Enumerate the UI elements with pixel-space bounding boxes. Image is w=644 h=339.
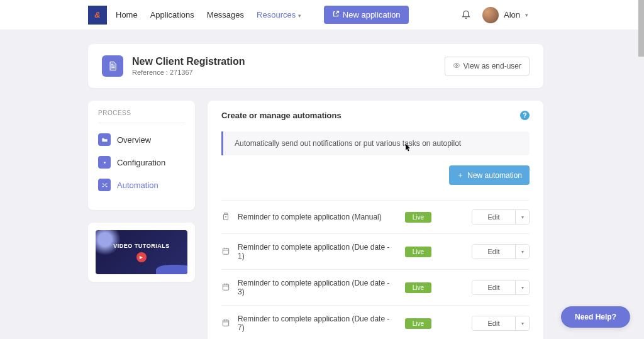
play-icon bbox=[136, 252, 147, 262]
automation-row: Reminder to complete application (Due da… bbox=[221, 306, 530, 339]
edit-button-group: Edit▾ bbox=[472, 244, 530, 259]
calendar-icon bbox=[221, 247, 230, 257]
avatar bbox=[482, 7, 499, 23]
plus-icon: ＋ bbox=[457, 170, 464, 181]
automation-name: Reminder to complete application (Due da… bbox=[238, 243, 397, 260]
new-application-label: New application bbox=[343, 10, 401, 19]
edit-button-group: Edit▾ bbox=[472, 316, 530, 331]
eye-icon bbox=[453, 62, 460, 71]
shuffle-icon bbox=[98, 179, 111, 191]
svg-rect-2 bbox=[223, 248, 228, 253]
sidebar-item-label: Automation bbox=[117, 181, 158, 190]
svg-point-1 bbox=[104, 162, 106, 164]
automation-row: Reminder to complete application (Due da… bbox=[221, 234, 530, 270]
user-menu[interactable]: Alon ▾ bbox=[482, 7, 528, 23]
edit-button-group: Edit▾ bbox=[472, 280, 530, 295]
video-tutorials-label: VIDEO TUTORIALS bbox=[113, 243, 169, 249]
automation-name: Reminder to complete application (Due da… bbox=[238, 314, 397, 332]
page-reference: Reference : 271367 bbox=[132, 69, 245, 76]
status-badge: Live bbox=[405, 282, 431, 293]
intro-banner: Automatically send out notifications or … bbox=[221, 131, 530, 155]
edit-button[interactable]: Edit bbox=[472, 316, 515, 330]
user-name: Alon bbox=[504, 10, 520, 19]
video-tutorials-thumbnail: VIDEO TUTORIALS bbox=[96, 230, 187, 274]
svg-point-0 bbox=[455, 64, 457, 66]
document-icon bbox=[102, 55, 123, 77]
svg-rect-4 bbox=[223, 320, 228, 325]
top-bar: & Home Applications Messages Resources ▾… bbox=[0, 0, 644, 30]
chevron-down-icon: ▾ bbox=[298, 13, 301, 19]
help-icon[interactable]: ? bbox=[520, 111, 530, 120]
gear-icon bbox=[98, 156, 111, 169]
new-automation-button[interactable]: ＋ New automation bbox=[449, 165, 530, 185]
calendar-icon bbox=[221, 318, 230, 329]
edit-dropdown-button[interactable]: ▾ bbox=[515, 316, 529, 330]
status-badge: Live bbox=[405, 247, 431, 257]
process-sidebar: PROCESS Overview Configuration bbox=[88, 101, 195, 210]
calendar-icon bbox=[221, 282, 230, 293]
status-badge: Live bbox=[405, 212, 431, 223]
scrollbar-thumb[interactable] bbox=[638, 0, 644, 57]
page-title: New Client Registration bbox=[132, 56, 245, 67]
top-nav: Home Applications Messages Resources ▾ bbox=[116, 10, 301, 19]
edit-button[interactable]: Edit bbox=[472, 281, 515, 294]
new-application-button[interactable]: New application bbox=[324, 6, 409, 24]
automation-name: Reminder to complete application (Due da… bbox=[238, 279, 397, 296]
sidebar-item-label: Overview bbox=[117, 135, 151, 145]
edit-button[interactable]: Edit bbox=[472, 245, 515, 258]
page-header-card: New Client Registration Reference : 2713… bbox=[88, 44, 543, 88]
sidebar-item-overview[interactable]: Overview bbox=[98, 128, 185, 151]
nav-home[interactable]: Home bbox=[116, 10, 138, 19]
edit-dropdown-button[interactable]: ▾ bbox=[515, 245, 529, 258]
sidebar-item-label: Configuration bbox=[117, 158, 165, 167]
nav-applications[interactable]: Applications bbox=[150, 10, 194, 19]
edit-button[interactable]: Edit bbox=[472, 210, 515, 224]
new-automation-label: New automation bbox=[467, 171, 522, 180]
automations-list: Reminder to complete application (Manual… bbox=[208, 185, 543, 339]
view-as-end-user-button[interactable]: View as end-user bbox=[445, 57, 530, 76]
app-logo[interactable]: & bbox=[88, 6, 107, 25]
sidebar-item-configuration[interactable]: Configuration bbox=[98, 151, 185, 174]
svg-rect-3 bbox=[223, 284, 228, 289]
clipboard-icon bbox=[221, 212, 230, 223]
external-link-icon bbox=[332, 10, 340, 19]
nav-resources[interactable]: Resources ▾ bbox=[257, 10, 301, 19]
nav-resources-label: Resources bbox=[257, 10, 296, 19]
sidebar-section-label: PROCESS bbox=[98, 109, 185, 123]
nav-messages[interactable]: Messages bbox=[207, 10, 244, 19]
automation-name: Reminder to complete application (Manual… bbox=[238, 213, 397, 221]
folder-icon bbox=[98, 133, 111, 146]
chevron-down-icon: ▾ bbox=[525, 12, 528, 18]
status-badge: Live bbox=[405, 318, 431, 329]
sidebar-item-automation[interactable]: Automation bbox=[98, 174, 185, 196]
notifications-icon[interactable] bbox=[461, 9, 471, 21]
automations-panel: Create or manage automations ? Automatic… bbox=[208, 101, 543, 339]
panel-title: Create or manage automations bbox=[221, 111, 341, 120]
need-help-button[interactable]: Need Help? bbox=[561, 306, 630, 328]
edit-dropdown-button[interactable]: ▾ bbox=[515, 281, 529, 294]
video-tutorials-card[interactable]: VIDEO TUTORIALS bbox=[88, 223, 195, 282]
edit-dropdown-button[interactable]: ▾ bbox=[515, 210, 529, 224]
edit-button-group: Edit▾ bbox=[472, 209, 530, 225]
view-as-end-user-label: View as end-user bbox=[464, 62, 522, 70]
automation-row: Reminder to complete application (Due da… bbox=[221, 270, 530, 306]
automation-row: Reminder to complete application (Manual… bbox=[221, 200, 530, 234]
